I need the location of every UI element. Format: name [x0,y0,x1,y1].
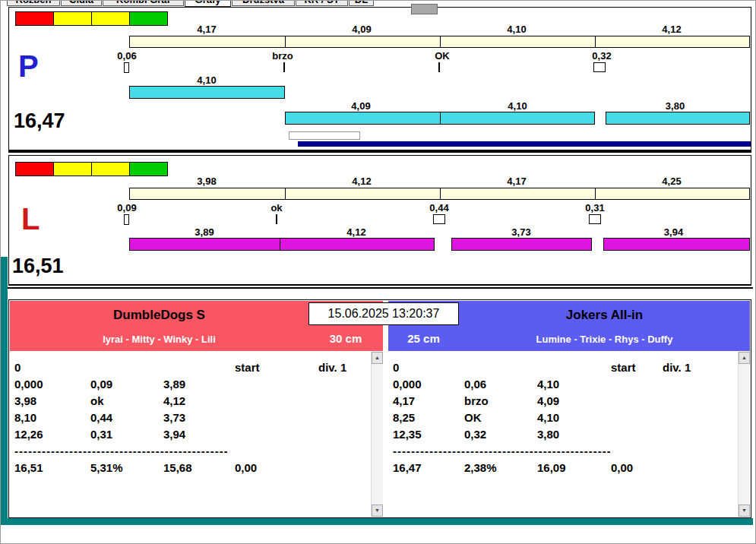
cell: 0,32 [464,426,486,443]
cell: 12,26 [14,426,43,443]
crossing-split-label: 4,12 [284,176,439,187]
crossing-split-label: 4,10 [439,24,594,35]
cell: brzo [464,393,489,410]
bar-divider [280,239,280,250]
tab-rozbeh[interactable]: Rozbeh [7,1,60,6]
lane-l-leg-bar-4 [603,238,750,251]
scroll-up-button[interactable]: ▲ [739,352,750,364]
table-row: 12,35 0,32 3,80 [388,426,750,443]
crossing-split-label: 4,25 [594,176,749,187]
crossing-split-label: 4,17 [439,176,594,187]
tab-kr-st[interactable]: KR / ST [296,1,348,6]
crossing-split-label: 3,98 [129,176,284,187]
cell: 0,00 [235,460,257,476]
lane-p-leg-bar-4 [606,112,750,125]
tab-druzstva[interactable]: Družstva [232,1,295,6]
tab-cidla[interactable]: Cidla [61,1,102,6]
table-row: 0 start div. 1 [388,359,750,376]
red-light-indicator [16,12,54,25]
tab-strip-scroll-thumb[interactable] [411,4,438,14]
cell: 3,94 [163,426,185,443]
lane-p-leg-bar-2-3 [285,112,595,125]
leg-time-label: 4,12 [279,226,434,238]
table-scrollbar[interactable]: ▲ ▼ [738,352,750,517]
cell: start [235,359,260,376]
results-section: DumbleDogs S Iyrai - Mitty - Winky - Lil… [8,299,751,518]
cell: 16,51 [14,460,43,476]
cell: div. 1 [663,359,691,376]
team-left-jump-height: 30 cm [308,332,383,346]
bar-divider [440,112,441,124]
scroll-down-button[interactable]: ▼ [739,504,750,517]
cell: 3,80 [537,426,559,443]
totals-row: 16,47 2,38% 16,09 0,00 [388,460,750,476]
leg-time-label: 4,10 [129,74,284,86]
yellow-light-indicator-2 [92,12,130,25]
scale-divider [285,188,286,199]
team-right-jump-height: 25 cm [388,332,459,346]
crossing-split-label: 4,12 [594,24,749,35]
totals-row: 16,51 5,31% 15,68 0,00 [10,460,383,476]
scroll-up-icon: ▲ [375,355,380,360]
leg-time-label: 4,10 [440,100,595,112]
tab-grafy[interactable]: Grafy [185,1,231,7]
lane-l-panel: 3,98 4,12 4,17 4,25 0,09 ok 0,44 0,31 L … [8,155,751,286]
table-row: 0,000 0,09 3,89 [10,376,383,393]
team-left-results-table: 0 start div. 1 0,000 0,09 3,89 3,98 ok 4… [10,352,383,517]
table-row: 8,25 OK 4,10 [388,410,750,426]
tab-dl[interactable]: DL [349,1,374,6]
scroll-down-button[interactable]: ▼ [372,504,383,517]
cell: 4,10 [537,410,559,426]
scroll-up-button[interactable]: ▲ [372,352,383,364]
cell: ok [90,393,104,410]
lane-l-total-time: 16,51 [12,255,64,277]
dashed-separator: ----------------------------------------… [14,443,227,460]
change-tick-marker [283,62,285,72]
table-scrollbar[interactable]: ▲ ▼ [371,352,383,517]
tab-label: Kombi Graf [103,1,183,6]
cell: 16,09 [537,460,566,476]
cell: div. 1 [318,359,346,376]
change-status-label: 0,44 [409,202,470,213]
lane-l-letter: L [21,203,40,235]
crossing-split-label: 4,09 [284,24,439,35]
table-row: 4,17 brzo 4,09 [388,393,750,410]
change-tick-marker [438,62,440,72]
change-checkbox[interactable] [589,214,601,224]
tab-label: Grafy [185,1,230,6]
team-left-dogs: Iyrai - Mitty - Winky - Lili [10,334,308,345]
leg-time-label: 3,94 [599,226,748,238]
timestamp: 15.06.2025 13:20:37 [308,302,459,325]
leg-time-label: 4,09 [283,100,438,112]
cell: OK [464,410,482,426]
change-checkbox[interactable] [593,62,606,72]
table-row: 8,10 0,44 3,73 [10,410,383,426]
cell: 3,73 [163,410,185,426]
change-status-label: brzo [252,50,313,62]
change-status-label: 0,09 [96,202,157,213]
yellow-light-indicator [54,12,92,25]
progress-placeholder-box [289,131,360,140]
tab-label: Družstva [232,1,294,6]
split-scale-bar [129,188,750,200]
team-left-name: DumbleDogs S [10,308,308,323]
cell: 3,98 [14,393,36,410]
section-separator-line [1,287,753,289]
tab-kombi-graf[interactable]: Kombi Graf [103,1,184,6]
change-checkbox[interactable] [433,214,445,224]
change-status-label: 0,31 [565,202,625,213]
cell: 5,31% [90,460,123,476]
change-status-label: ok [246,202,307,213]
lane-p-panel: 4,17 4,09 4,10 4,12 0,06 brzo OK 0,32 P … [8,7,751,153]
tab-label: DL [350,1,373,6]
lane-p-letter: P [18,50,39,82]
start-marker [124,62,129,73]
tab-bar: Rozbeh Cidla Kombi Graf Grafy Družstva K… [1,1,755,7]
scroll-down-icon: ▼ [742,508,747,513]
cell: 16,47 [393,460,422,476]
cell: 0,00 [611,460,633,476]
split-scale-bar [129,36,750,48]
cell: 0 [393,359,399,376]
crossing-split-label: 4,17 [129,24,284,35]
cell: 3,89 [163,376,185,393]
